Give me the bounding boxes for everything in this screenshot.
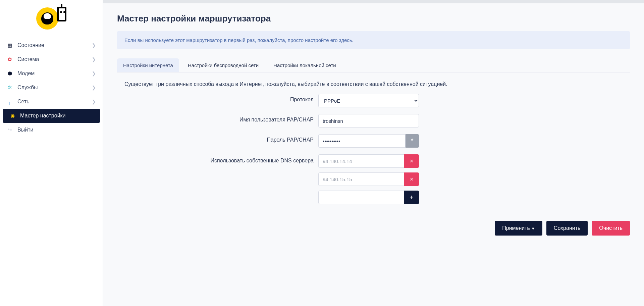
tab-label: Настройки локальной сети <box>273 62 336 68</box>
page-title: Мастер настройки маршрутизатора <box>103 3 644 31</box>
sidebar-item-modem[interactable]: ⬢Модем ❯ <box>0 66 103 81</box>
chevron-right-icon: ❯ <box>92 99 96 104</box>
password-input[interactable] <box>318 134 406 148</box>
sidebar-item-label: Мастер настройки <box>20 113 66 119</box>
sidebar: ▦Состояние ❯ ✿Система ❯ ⬢Модем ❯ ✲Службы… <box>0 0 103 306</box>
sidebar-item-label: Выйти <box>17 127 33 133</box>
dns-input[interactable] <box>318 172 404 186</box>
clear-button-label: Очистить <box>599 225 623 231</box>
topbar <box>103 0 644 3</box>
nav: ▦Состояние ❯ ✿Система ❯ ⬢Модем ❯ ✲Службы… <box>0 38 103 137</box>
cube-icon: ⬢ <box>7 70 13 76</box>
protocol-label: Протокол <box>117 94 318 103</box>
dns-new-input[interactable] <box>318 191 404 204</box>
sidebar-item-label: Сеть <box>17 99 30 105</box>
logo <box>0 3 103 36</box>
username-label: Имя пользователя PAP/CHAP <box>117 114 318 123</box>
chevron-right-icon: ❯ <box>92 85 96 90</box>
sidebar-item-services[interactable]: ✲Службы ❯ <box>0 81 103 95</box>
main: Мастер настройки маршрутизатора Если вы … <box>103 0 644 306</box>
logout-icon: ↪ <box>7 127 13 133</box>
save-button[interactable]: Сохранить <box>546 221 588 236</box>
sidebar-item-label: Состояние <box>17 42 44 48</box>
apply-button[interactable]: Применить▼ <box>495 221 542 236</box>
sidebar-item-logout[interactable]: ↪Выйти <box>0 123 103 137</box>
dns-label: Использовать собственные DNS сервера <box>117 154 318 164</box>
tab-description: Существует три различных способа выхода … <box>117 72 630 91</box>
sidebar-item-label: Модем <box>17 70 35 76</box>
action-bar: Применить▼ Сохранить Очистить <box>117 211 630 242</box>
caret-down-icon: ▼ <box>531 226 535 231</box>
dns-input[interactable] <box>318 154 404 168</box>
username-input[interactable] <box>318 114 419 128</box>
sidebar-item-network[interactable]: ┬Сеть ❯ <box>0 95 103 109</box>
tab-lan[interactable]: Настройки локальной сети <box>267 58 342 72</box>
info-banner: Если вы используете этот маршрутизатор в… <box>117 31 630 49</box>
tab-label: Настройки беспроводной сети <box>188 62 259 68</box>
gears-icon: ✲ <box>7 85 13 91</box>
tab-label: Настройки интернета <box>123 62 173 68</box>
dns-add-button[interactable]: + <box>404 191 419 204</box>
protocol-select[interactable]: PPPoE <box>318 94 419 107</box>
dns-entry-row: × <box>318 172 419 186</box>
chevron-right-icon: ❯ <box>92 43 96 48</box>
save-button-label: Сохранить <box>554 225 581 231</box>
sidebar-item-system[interactable]: ✿Система ❯ <box>0 52 103 66</box>
sidebar-item-label: Система <box>17 56 39 62</box>
wizard-icon: ◉ <box>9 113 15 119</box>
chevron-right-icon: ❯ <box>92 57 96 62</box>
dns-remove-button[interactable]: × <box>404 154 419 168</box>
sidebar-item-status[interactable]: ▦Состояние ❯ <box>0 38 103 52</box>
tab-wireless[interactable]: Настройки беспроводной сети <box>182 58 265 72</box>
sidebar-item-label: Службы <box>17 85 38 91</box>
dns-entry-row: × <box>318 154 419 168</box>
password-toggle-button[interactable]: * <box>406 134 419 148</box>
password-label: Пароль PAP/CHAP <box>117 134 318 143</box>
tab-internet[interactable]: Настройки интернета <box>117 58 179 72</box>
dashboard-icon: ▦ <box>7 42 13 48</box>
gear-icon: ✿ <box>7 56 13 62</box>
dns-remove-button[interactable]: × <box>404 172 419 186</box>
network-icon: ┬ <box>7 99 13 105</box>
sidebar-item-wizard[interactable]: ◉Мастер настройки <box>3 109 100 123</box>
tabs: Настройки интернета Настройки беспроводн… <box>117 58 630 72</box>
chevron-right-icon: ❯ <box>92 71 96 76</box>
apply-button-label: Применить <box>502 225 530 231</box>
clear-button[interactable]: Очистить <box>592 221 630 236</box>
form: Протокол PPPoE Имя пользователя PAP/CHAP… <box>117 91 630 204</box>
dns-add-row: + <box>318 191 419 204</box>
